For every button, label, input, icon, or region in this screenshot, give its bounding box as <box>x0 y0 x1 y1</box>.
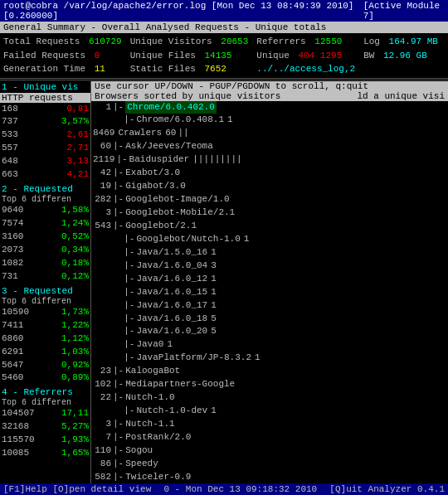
log-row: Log 164.97 MB <box>363 35 438 49</box>
browser-item: 102 |- Mediapartners-Google <box>93 378 446 391</box>
generation-time-row: Generation Time 11 <box>3 62 122 76</box>
left-list-2: 96401,58% 75741,24% 31600,52% 20730,34% … <box>0 204 90 284</box>
list-item: 5572,71 <box>2 142 89 155</box>
left-list-4: 10450717,11 321685,27% 1155701,93% 10085… <box>0 407 90 460</box>
browser-item: |- Java/1.6.0_20 5 <box>93 325 446 338</box>
list-item: 6483,13 <box>2 155 89 168</box>
list-item: 10820,18% <box>2 257 89 270</box>
access-log-row: ../../access_log,2 <box>256 62 355 76</box>
browser-item: 2119 |- Baiduspider ||||||||| <box>93 153 446 167</box>
section1-left-header: HTTP requests <box>0 93 90 103</box>
browser-item: |- Java0 1 <box>93 338 446 352</box>
list-item: 1680,81 <box>2 103 89 116</box>
left-list-3: 105901,73% 74111,22% 68601,12% 62911,03%… <box>0 306 90 386</box>
info-text: 0 - Mon Dec 13 09:18:32 2010 <box>163 484 317 494</box>
section4-sub: Top 6 differen <box>0 398 90 407</box>
left-panel: 1 - Unique vis HTTP requests 1680,81 737… <box>0 81 91 493</box>
browser-item: 543 |- Googlebot/2.1 <box>93 220 446 233</box>
browser-item: 282 |- Googlebot-Image/1.0 <box>93 193 446 206</box>
browser-item: 110 |- Sogou <box>93 444 446 458</box>
browser-item: 22 |- Nutch-1.0 <box>93 391 446 405</box>
referrers-row: Referrers 12550 <box>256 35 355 49</box>
unique-files-row: Unique Files 14135 <box>130 49 249 63</box>
list-item: 6634,21 <box>2 168 89 182</box>
list-item: 10450717,11 <box>2 407 89 420</box>
header-section: Total Requests 610729 Failed Requests 0 … <box>0 33 448 79</box>
browser-item: |- JavaPlatform/JP-8.3.2 1 <box>93 352 446 365</box>
browser-item: |- Java/1.5.0_16 1 <box>93 246 446 260</box>
browser-item: |- Java/1.6.0_12 1 <box>93 273 446 286</box>
browser-item: |- Java/1.6.0_15 1 <box>93 286 446 299</box>
list-item: 7373,57% <box>2 115 89 129</box>
bw-row: BW 12.96 GB <box>363 49 438 63</box>
list-item: 96401,58% <box>2 204 89 217</box>
browser-item: |- Java/1.6.0_18 5 <box>93 313 446 326</box>
status-bar: [F1]Help [O]pen detail view 0 - Mon Dec … <box>0 483 448 495</box>
right-panel: Use cursor UP/DOWN - PGUP/PGDOWN to scro… <box>91 81 448 493</box>
list-item: 100851,65% <box>2 447 89 460</box>
list-item: 31600,52% <box>2 231 89 244</box>
list-item: 1155701,93% <box>2 434 89 447</box>
nav-bar: General Summary - Overall Analysed Reque… <box>0 22 448 33</box>
browser-item: 86 |- Speedy <box>93 458 446 471</box>
section3-sub: Top 6 differen <box>0 297 90 306</box>
help-text: [F1]Help [O]pen detail view <box>3 484 151 494</box>
browser-item: |- Googlebot/Nutch-1.0 1 <box>93 233 446 246</box>
list-item: 68601,12% <box>2 332 89 346</box>
failed-requests-row: Failed Requests 0 <box>3 49 122 63</box>
list-item: 54600,89% <box>2 371 89 385</box>
browser-item: 3 |- Nutch-1.1 <box>93 418 446 431</box>
list-item: 62911,03% <box>2 346 89 359</box>
list-item: 20730,34% <box>2 244 89 257</box>
browser-item: |- Chrome/6.0.408.1 1 <box>93 114 446 127</box>
title-path: root@cobra /var/log/apache2/error.log [M… <box>3 1 363 21</box>
section4-title: 4 - Referrers <box>0 386 90 398</box>
list-item: 5332,61 <box>2 129 89 142</box>
browser-list: 1 |- Chrome/6.0.402.0 |- Chrome/6.0.408.… <box>91 101 448 484</box>
browser-item: 42 |- Exabot/3.0 <box>93 167 446 180</box>
total-requests-row: Total Requests 610729 <box>3 35 122 49</box>
title-bar: root@cobra /var/log/apache2/error.log [M… <box>0 0 448 22</box>
quit-text: [Q]uit Analyzer 0.4.1 <box>329 484 445 494</box>
browser-item: 60 |- Ask/Jeeves/Teoma <box>93 140 446 153</box>
list-item: 7310,12% <box>2 270 89 284</box>
section2-sub: Top 6 differen <box>0 195 90 204</box>
browser-item: |- Java/1.6.0_04 3 <box>93 260 446 273</box>
unique404-row: Unique 404 1295 <box>256 49 355 63</box>
active-module: [Active Module 7] <box>363 1 445 21</box>
browser-item: 582 |- Twiceler-0.9 <box>93 471 446 484</box>
list-item: 74111,22% <box>2 319 89 332</box>
browser-item: 23 |- KaloogaBot <box>93 365 446 378</box>
browser-item: |- Nutch-1.0-dev 1 <box>93 405 446 418</box>
browser-item: 8469 Crawlers 60 || <box>93 127 446 140</box>
browser-item: 19 |- Gigabot/3.0 <box>93 180 446 193</box>
list-item: 56470,92% <box>2 359 89 372</box>
section3-title: 3 - Requested <box>0 285 90 297</box>
browser-item: 7 |- PostRank/2.0 <box>93 431 446 444</box>
list-item: 321685,27% <box>2 420 89 434</box>
browser-item: 3 |- Googlebot-Mobile/2.1 <box>93 206 446 220</box>
list-item: 105901,73% <box>2 306 89 319</box>
left-list-1: 1680,81 7373,57% 5332,61 5572,71 6483,13… <box>0 103 90 182</box>
browser-item: 1 |- Chrome/6.0.402.0 <box>93 101 446 114</box>
tooltip-bar: Use cursor UP/DOWN - PGUP/PGDOWN to scro… <box>91 81 448 91</box>
right-header: Browsers sorted by unique visitors ld a … <box>91 91 448 101</box>
browser-item: |- Java/1.6.0_17 1 <box>93 299 446 313</box>
unique-visitors-row: Unique Visitors 20653 <box>130 35 249 49</box>
nav-label: General Summary - Overall Analysed Reque… <box>3 22 326 32</box>
list-item: 75741,24% <box>2 217 89 231</box>
section1-title: 1 - Unique vis <box>0 81 90 93</box>
section2-title: 2 - Requested <box>0 183 90 195</box>
static-files-row: Static Files 7652 <box>130 62 249 76</box>
